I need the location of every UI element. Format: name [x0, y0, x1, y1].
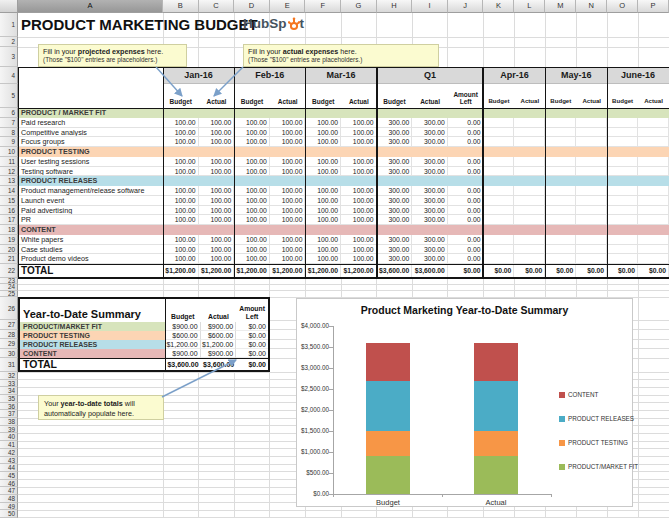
cell[interactable]: 100.00: [341, 206, 377, 216]
bar-segment-product-testing[interactable]: [366, 431, 410, 456]
cell[interactable]: 0.00: [448, 215, 484, 225]
cell[interactable]: [545, 196, 576, 206]
cell[interactable]: 300.00: [377, 254, 413, 264]
section-row[interactable]: PRODUCT / MARKET FIT: [18, 108, 669, 118]
cell[interactable]: 100.00: [199, 215, 235, 225]
cell[interactable]: 100.00: [163, 167, 199, 177]
cell[interactable]: 100.00: [199, 128, 235, 138]
ytd-summary-chart[interactable]: Product Marketing Year-to-Date Summary$0…: [296, 298, 633, 507]
cell[interactable]: 100.00: [234, 245, 270, 255]
row-header-46[interactable]: 46: [0, 480, 18, 488]
cell[interactable]: [514, 137, 545, 147]
ytd-value-cell[interactable]: $0.00: [236, 331, 268, 340]
cell[interactable]: [483, 128, 514, 138]
ytd-row-label[interactable]: PRODUCT/MARKET FIT: [20, 322, 165, 331]
cell[interactable]: [514, 215, 545, 225]
cell[interactable]: 300.00: [412, 137, 448, 147]
cell[interactable]: 100.00: [163, 245, 199, 255]
cell[interactable]: 100.00: [341, 186, 377, 196]
cell[interactable]: [638, 128, 669, 138]
cell[interactable]: 100.00: [341, 157, 377, 167]
cell[interactable]: 300.00: [412, 167, 448, 177]
cell[interactable]: [483, 206, 514, 216]
cell[interactable]: 100.00: [270, 157, 306, 167]
row-header-35[interactable]: 35: [0, 395, 18, 403]
ytd-row-label[interactable]: CONTENT: [20, 349, 165, 358]
legend-label[interactable]: CONTENT: [568, 391, 598, 398]
ytd-total-value[interactable]: $0.00: [236, 359, 268, 370]
row-header-28[interactable]: 28: [0, 330, 18, 340]
cell[interactable]: [514, 254, 545, 264]
cell[interactable]: 100.00: [305, 186, 341, 196]
cell[interactable]: 300.00: [377, 157, 413, 167]
row-header-3[interactable]: 3: [0, 47, 18, 67]
cell[interactable]: 100.00: [270, 206, 306, 216]
cell[interactable]: 100.00: [163, 215, 199, 225]
row-header-48[interactable]: 48: [0, 495, 18, 503]
cell[interactable]: 100.00: [199, 118, 235, 128]
legend-marker[interactable]: [559, 416, 565, 422]
row-header-29[interactable]: 29: [0, 339, 18, 349]
row-header-26[interactable]: 26: [0, 297, 18, 320]
cell[interactable]: [483, 254, 514, 264]
cell[interactable]: 300.00: [412, 245, 448, 255]
column-header-G[interactable]: G: [341, 0, 377, 13]
legend-label[interactable]: PRODUCT RELEASES: [568, 415, 634, 422]
cell[interactable]: [514, 235, 545, 245]
month-header-Apr-16[interactable]: Apr-16: [483, 67, 545, 84]
cell[interactable]: [514, 245, 545, 255]
ytd-total-value[interactable]: $3,600.00: [201, 359, 237, 370]
column-header-M[interactable]: M: [545, 0, 576, 13]
column-subheader[interactable]: Actual: [270, 84, 306, 108]
cell[interactable]: 100.00: [163, 254, 199, 264]
row-label[interactable]: White papers: [18, 235, 163, 245]
cell[interactable]: 100.00: [163, 157, 199, 167]
row-header-5[interactable]: 5: [0, 84, 18, 108]
row-header-16[interactable]: 16: [0, 206, 18, 216]
cell[interactable]: 0.00: [448, 186, 484, 196]
cell[interactable]: 100.00: [234, 254, 270, 264]
y-axis-tick-label[interactable]: $4,000.00: [299, 322, 329, 329]
column-subheader[interactable]: Actual: [514, 84, 545, 108]
cell[interactable]: 100.00: [341, 128, 377, 138]
column-header-N[interactable]: N: [576, 0, 607, 13]
row-header-50[interactable]: 50: [0, 510, 18, 518]
cell[interactable]: 0.00: [448, 245, 484, 255]
row-header-32[interactable]: 32: [0, 372, 18, 380]
cell[interactable]: 100.00: [234, 196, 270, 206]
cell[interactable]: [514, 128, 545, 138]
cell[interactable]: [607, 137, 638, 147]
cell[interactable]: [483, 245, 514, 255]
row-header-33[interactable]: 33: [0, 380, 18, 388]
row-header-43[interactable]: 43: [0, 457, 18, 465]
cell[interactable]: 100.00: [199, 137, 235, 147]
ytd-value-cell[interactable]: $0.00: [236, 340, 268, 349]
cell[interactable]: [607, 157, 638, 167]
column-subheader[interactable]: Budget: [305, 84, 341, 108]
select-all-corner[interactable]: [0, 0, 18, 13]
row-header-1[interactable]: 1: [0, 13, 18, 37]
cell[interactable]: 300.00: [412, 128, 448, 138]
cell[interactable]: [576, 128, 607, 138]
cell[interactable]: 100.00: [305, 167, 341, 177]
cell[interactable]: 100.00: [199, 254, 235, 264]
cell[interactable]: 100.00: [163, 128, 199, 138]
cell[interactable]: 300.00: [377, 167, 413, 177]
cell[interactable]: 300.00: [412, 215, 448, 225]
row-header-27[interactable]: 27: [0, 320, 18, 330]
cell[interactable]: [483, 196, 514, 206]
cell[interactable]: 300.00: [377, 186, 413, 196]
y-axis-tick-label[interactable]: $0.00: [299, 490, 329, 497]
cell[interactable]: [607, 235, 638, 245]
cell[interactable]: [638, 206, 669, 216]
cell[interactable]: [545, 245, 576, 255]
cell[interactable]: [483, 157, 514, 167]
cell[interactable]: [483, 137, 514, 147]
row-header-30[interactable]: 30: [0, 349, 18, 359]
cell[interactable]: 100.00: [163, 235, 199, 245]
cell[interactable]: 0.00: [448, 196, 484, 206]
ytd-value-cell[interactable]: $600.00: [165, 331, 201, 340]
y-axis-tick-label[interactable]: $500.00: [299, 469, 329, 476]
row-header-21[interactable]: 21: [0, 254, 18, 264]
row-label[interactable]: User testing sessions: [18, 157, 163, 167]
